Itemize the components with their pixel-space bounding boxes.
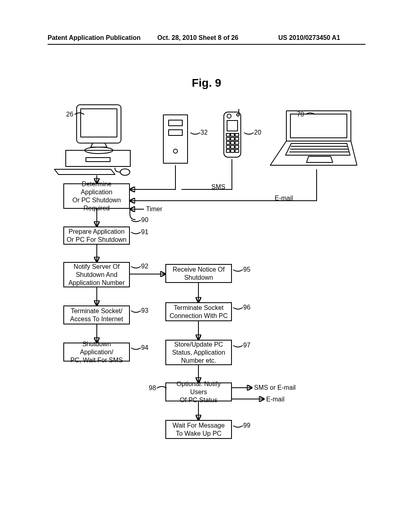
connectors [0, 0, 413, 532]
page: Patent Application Publication Oct. 28, … [0, 0, 413, 532]
